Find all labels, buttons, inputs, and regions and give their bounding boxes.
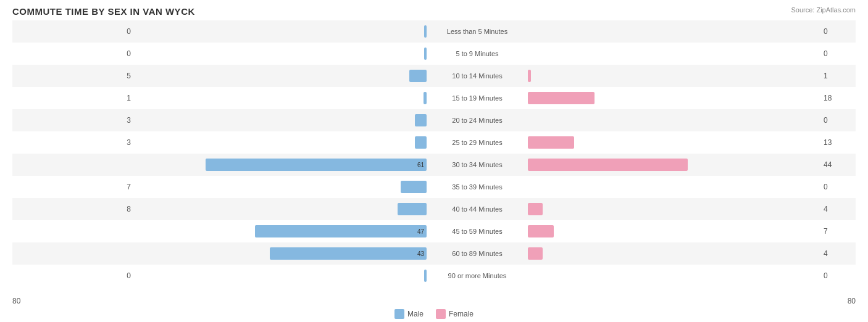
bar-female [528, 247, 543, 260]
female-value: 0 [819, 271, 856, 280]
bottom-section: 80 80 Male Female [12, 295, 856, 319]
male-value: 3 [12, 138, 136, 147]
bar-right-container [527, 47, 819, 60]
legend-female-box [436, 309, 446, 319]
bar-left-container: 47 [136, 225, 428, 238]
bar-right-container [527, 158, 819, 171]
bar-male [409, 70, 427, 82]
bars-area: 40 to 44 Minutes [136, 198, 819, 220]
legend-male-label: Male [407, 310, 424, 318]
row-label: 10 to 14 Minutes [428, 72, 527, 80]
table-row: 8 40 to 44 Minutes 4 [12, 198, 856, 220]
chart-area: 0 Less than 5 Minutes 0 0 5 to 9 Minutes [12, 20, 856, 275]
bars-area: 10 to 14 Minutes [136, 65, 819, 87]
male-value: 0 [12, 271, 136, 280]
bars-area: 25 to 29 Minutes [136, 131, 819, 154]
table-row: 5 10 to 14 Minutes 1 [12, 65, 856, 87]
female-value: 18 [819, 94, 856, 102]
legend-female-label: Female [449, 310, 474, 318]
bars-area: 43 60 to 89 Minutes [136, 242, 819, 265]
table-row: 0 5 to 9 Minutes 0 [12, 43, 856, 65]
bar-male [415, 136, 427, 149]
female-value: 0 [819, 27, 856, 36]
bar-left-container [136, 136, 428, 149]
bar-male [424, 92, 427, 104]
bar-female [528, 70, 531, 82]
row-label: 35 to 39 Minutes [428, 183, 527, 191]
bar-female [528, 92, 595, 104]
bars-area: 35 to 39 Minutes [136, 176, 819, 198]
bar-male [424, 270, 427, 282]
bars-area: 61 30 to 34 Minutes [136, 154, 819, 176]
bar-right-container [527, 225, 819, 238]
bar-female [528, 159, 688, 171]
bar-left-container [136, 114, 428, 127]
male-value: 0 [12, 27, 136, 36]
bar-right-container [527, 114, 819, 127]
female-value: 4 [819, 249, 856, 258]
bar-left-container [136, 25, 428, 38]
bar-left-container [136, 69, 428, 83]
bars-area: 90 or more Minutes [136, 265, 819, 287]
axis-right: 80 [848, 297, 856, 305]
bar-right-container [527, 25, 819, 38]
table-row: 3 25 to 29 Minutes 13 [12, 131, 856, 154]
table-row: 0 90 or more Minutes 0 [12, 265, 856, 287]
table-row: 3 20 to 24 Minutes 0 [12, 109, 856, 131]
bar-left-container [136, 180, 428, 194]
legend-male: Male [394, 309, 424, 319]
bar-male [424, 47, 427, 60]
bar-left-container [136, 202, 428, 216]
female-value: 0 [819, 49, 856, 58]
bar-left-container [136, 269, 428, 283]
bar-right-container [527, 91, 819, 105]
row-label: 15 to 19 Minutes [428, 94, 527, 102]
row-label: 5 to 9 Minutes [428, 50, 527, 57]
bar-right-container [527, 202, 819, 216]
row-label: 25 to 29 Minutes [428, 139, 527, 146]
bar-right-container [527, 247, 819, 260]
axis-left: 80 [12, 297, 20, 305]
bar-left-container [136, 47, 428, 60]
female-value: 4 [819, 205, 856, 213]
legend-male-box [394, 309, 404, 319]
bars-area: 5 to 9 Minutes [136, 43, 819, 65]
axis-labels: 80 80 [12, 297, 856, 305]
bar-female [528, 136, 574, 149]
bar-left-container: 61 [136, 158, 428, 171]
bar-male [398, 203, 427, 215]
bar-male [415, 114, 427, 126]
bars-area: 15 to 19 Minutes [136, 87, 819, 109]
bar-right-container [527, 69, 819, 83]
bar-left-container [136, 91, 428, 105]
bar-female [528, 203, 543, 215]
bars-area: 20 to 24 Minutes [136, 109, 819, 131]
chart-container: COMMUTE TIME BY SEX IN VAN WYCK Source: … [0, 0, 868, 322]
male-value: 1 [12, 94, 136, 102]
row-label: 20 to 24 Minutes [428, 117, 527, 124]
table-row: 43 60 to 89 Minutes 4 [12, 242, 856, 265]
bar-male [424, 25, 427, 38]
bar-male: 43 [270, 247, 427, 260]
chart-title: COMMUTE TIME BY SEX IN VAN WYCK [12, 6, 856, 17]
row-label: 60 to 89 Minutes [428, 250, 527, 257]
female-value: 7 [819, 227, 856, 236]
row-label: 45 to 59 Minutes [428, 228, 527, 235]
bar-female [528, 225, 554, 237]
female-value: 0 [819, 116, 856, 125]
row-label: 40 to 44 Minutes [428, 205, 527, 213]
legend: Male Female [12, 309, 856, 319]
row-label: 30 to 34 Minutes [428, 161, 527, 168]
bar-male [401, 181, 427, 193]
male-value: 3 [12, 116, 136, 125]
row-label: 90 or more Minutes [428, 272, 527, 279]
female-value: 0 [819, 183, 856, 191]
bar-right-container [527, 269, 819, 283]
bars-area: Less than 5 Minutes [136, 20, 819, 43]
table-row: 7 35 to 39 Minutes 0 [12, 176, 856, 198]
bar-male: 61 [206, 159, 427, 171]
female-value: 1 [819, 72, 856, 80]
bars-area: 47 45 to 59 Minutes [136, 220, 819, 242]
male-value: 7 [12, 183, 136, 191]
female-value: 13 [819, 138, 856, 147]
